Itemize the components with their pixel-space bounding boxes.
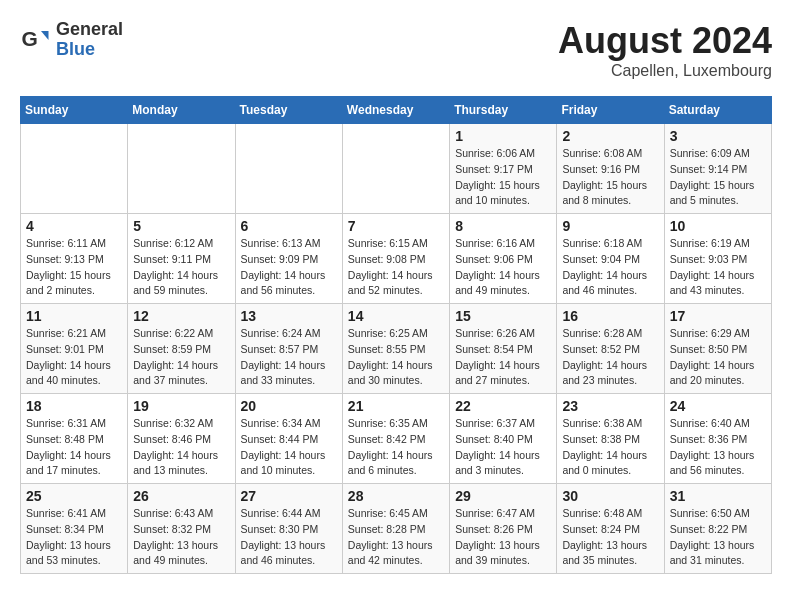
day-info: Sunrise: 6:48 AMSunset: 8:24 PMDaylight:…: [562, 506, 658, 569]
day-number: 11: [26, 308, 122, 324]
day-info: Sunrise: 6:35 AMSunset: 8:42 PMDaylight:…: [348, 416, 444, 479]
day-info: Sunrise: 6:31 AMSunset: 8:48 PMDaylight:…: [26, 416, 122, 479]
day-number: 2: [562, 128, 658, 144]
day-number: 5: [133, 218, 229, 234]
calendar-cell: 14Sunrise: 6:25 AMSunset: 8:55 PMDayligh…: [342, 304, 449, 394]
svg-text:G: G: [22, 27, 38, 50]
day-number: 4: [26, 218, 122, 234]
calendar-cell: 16Sunrise: 6:28 AMSunset: 8:52 PMDayligh…: [557, 304, 664, 394]
day-number: 18: [26, 398, 122, 414]
calendar-cell: 20Sunrise: 6:34 AMSunset: 8:44 PMDayligh…: [235, 394, 342, 484]
logo-general-text: General: [56, 20, 123, 40]
day-number: 12: [133, 308, 229, 324]
calendar-cell: 29Sunrise: 6:47 AMSunset: 8:26 PMDayligh…: [450, 484, 557, 574]
day-number: 23: [562, 398, 658, 414]
day-info: Sunrise: 6:32 AMSunset: 8:46 PMDaylight:…: [133, 416, 229, 479]
calendar-cell: 27Sunrise: 6:44 AMSunset: 8:30 PMDayligh…: [235, 484, 342, 574]
day-info: Sunrise: 6:25 AMSunset: 8:55 PMDaylight:…: [348, 326, 444, 389]
day-info: Sunrise: 6:40 AMSunset: 8:36 PMDaylight:…: [670, 416, 766, 479]
day-number: 25: [26, 488, 122, 504]
weekday-header-sunday: Sunday: [21, 97, 128, 124]
day-number: 29: [455, 488, 551, 504]
day-info: Sunrise: 6:11 AMSunset: 9:13 PMDaylight:…: [26, 236, 122, 299]
day-info: Sunrise: 6:28 AMSunset: 8:52 PMDaylight:…: [562, 326, 658, 389]
day-number: 26: [133, 488, 229, 504]
calendar-cell: 12Sunrise: 6:22 AMSunset: 8:59 PMDayligh…: [128, 304, 235, 394]
day-number: 28: [348, 488, 444, 504]
calendar-cell: 24Sunrise: 6:40 AMSunset: 8:36 PMDayligh…: [664, 394, 771, 484]
weekday-header-tuesday: Tuesday: [235, 97, 342, 124]
day-number: 7: [348, 218, 444, 234]
weekday-header-wednesday: Wednesday: [342, 97, 449, 124]
calendar-table: SundayMondayTuesdayWednesdayThursdayFrid…: [20, 96, 772, 574]
calendar-cell: 8Sunrise: 6:16 AMSunset: 9:06 PMDaylight…: [450, 214, 557, 304]
day-number: 30: [562, 488, 658, 504]
logo-icon: G: [20, 25, 50, 55]
day-number: 3: [670, 128, 766, 144]
day-info: Sunrise: 6:21 AMSunset: 9:01 PMDaylight:…: [26, 326, 122, 389]
day-info: Sunrise: 6:38 AMSunset: 8:38 PMDaylight:…: [562, 416, 658, 479]
day-number: 1: [455, 128, 551, 144]
day-number: 9: [562, 218, 658, 234]
calendar-cell: 10Sunrise: 6:19 AMSunset: 9:03 PMDayligh…: [664, 214, 771, 304]
day-number: 20: [241, 398, 337, 414]
calendar-cell: 1Sunrise: 6:06 AMSunset: 9:17 PMDaylight…: [450, 124, 557, 214]
weekday-header-thursday: Thursday: [450, 97, 557, 124]
day-info: Sunrise: 6:37 AMSunset: 8:40 PMDaylight:…: [455, 416, 551, 479]
calendar-week-row: 11Sunrise: 6:21 AMSunset: 9:01 PMDayligh…: [21, 304, 772, 394]
calendar-cell: 23Sunrise: 6:38 AMSunset: 8:38 PMDayligh…: [557, 394, 664, 484]
day-info: Sunrise: 6:18 AMSunset: 9:04 PMDaylight:…: [562, 236, 658, 299]
calendar-cell: 5Sunrise: 6:12 AMSunset: 9:11 PMDaylight…: [128, 214, 235, 304]
day-info: Sunrise: 6:47 AMSunset: 8:26 PMDaylight:…: [455, 506, 551, 569]
calendar-cell: 2Sunrise: 6:08 AMSunset: 9:16 PMDaylight…: [557, 124, 664, 214]
day-number: 21: [348, 398, 444, 414]
day-number: 22: [455, 398, 551, 414]
day-info: Sunrise: 6:41 AMSunset: 8:34 PMDaylight:…: [26, 506, 122, 569]
calendar-cell: 18Sunrise: 6:31 AMSunset: 8:48 PMDayligh…: [21, 394, 128, 484]
weekday-header-saturday: Saturday: [664, 97, 771, 124]
day-number: 19: [133, 398, 229, 414]
page-header: G General Blue August 2024 Capellen, Lux…: [20, 20, 772, 80]
calendar-cell: 9Sunrise: 6:18 AMSunset: 9:04 PMDaylight…: [557, 214, 664, 304]
day-number: 6: [241, 218, 337, 234]
calendar-cell: 6Sunrise: 6:13 AMSunset: 9:09 PMDaylight…: [235, 214, 342, 304]
day-info: Sunrise: 6:29 AMSunset: 8:50 PMDaylight:…: [670, 326, 766, 389]
day-number: 15: [455, 308, 551, 324]
weekday-header-friday: Friday: [557, 97, 664, 124]
day-info: Sunrise: 6:34 AMSunset: 8:44 PMDaylight:…: [241, 416, 337, 479]
day-info: Sunrise: 6:50 AMSunset: 8:22 PMDaylight:…: [670, 506, 766, 569]
day-number: 13: [241, 308, 337, 324]
calendar-cell: 3Sunrise: 6:09 AMSunset: 9:14 PMDaylight…: [664, 124, 771, 214]
calendar-cell: [21, 124, 128, 214]
calendar-cell: [235, 124, 342, 214]
calendar-cell: 25Sunrise: 6:41 AMSunset: 8:34 PMDayligh…: [21, 484, 128, 574]
logo: G General Blue: [20, 20, 123, 60]
calendar-cell: 17Sunrise: 6:29 AMSunset: 8:50 PMDayligh…: [664, 304, 771, 394]
calendar-cell: 21Sunrise: 6:35 AMSunset: 8:42 PMDayligh…: [342, 394, 449, 484]
calendar-cell: 26Sunrise: 6:43 AMSunset: 8:32 PMDayligh…: [128, 484, 235, 574]
day-number: 17: [670, 308, 766, 324]
day-info: Sunrise: 6:16 AMSunset: 9:06 PMDaylight:…: [455, 236, 551, 299]
day-info: Sunrise: 6:09 AMSunset: 9:14 PMDaylight:…: [670, 146, 766, 209]
calendar-cell: 7Sunrise: 6:15 AMSunset: 9:08 PMDaylight…: [342, 214, 449, 304]
calendar-week-row: 1Sunrise: 6:06 AMSunset: 9:17 PMDaylight…: [21, 124, 772, 214]
day-number: 10: [670, 218, 766, 234]
calendar-week-row: 25Sunrise: 6:41 AMSunset: 8:34 PMDayligh…: [21, 484, 772, 574]
day-number: 31: [670, 488, 766, 504]
calendar-week-row: 4Sunrise: 6:11 AMSunset: 9:13 PMDaylight…: [21, 214, 772, 304]
calendar-cell: 31Sunrise: 6:50 AMSunset: 8:22 PMDayligh…: [664, 484, 771, 574]
day-info: Sunrise: 6:22 AMSunset: 8:59 PMDaylight:…: [133, 326, 229, 389]
day-info: Sunrise: 6:15 AMSunset: 9:08 PMDaylight:…: [348, 236, 444, 299]
day-info: Sunrise: 6:08 AMSunset: 9:16 PMDaylight:…: [562, 146, 658, 209]
day-info: Sunrise: 6:43 AMSunset: 8:32 PMDaylight:…: [133, 506, 229, 569]
weekday-header-row: SundayMondayTuesdayWednesdayThursdayFrid…: [21, 97, 772, 124]
svg-marker-1: [41, 31, 49, 40]
weekday-header-monday: Monday: [128, 97, 235, 124]
day-info: Sunrise: 6:13 AMSunset: 9:09 PMDaylight:…: [241, 236, 337, 299]
day-info: Sunrise: 6:19 AMSunset: 9:03 PMDaylight:…: [670, 236, 766, 299]
calendar-cell: [128, 124, 235, 214]
day-info: Sunrise: 6:26 AMSunset: 8:54 PMDaylight:…: [455, 326, 551, 389]
location-subtitle: Capellen, Luxembourg: [558, 62, 772, 80]
day-number: 27: [241, 488, 337, 504]
calendar-cell: 13Sunrise: 6:24 AMSunset: 8:57 PMDayligh…: [235, 304, 342, 394]
